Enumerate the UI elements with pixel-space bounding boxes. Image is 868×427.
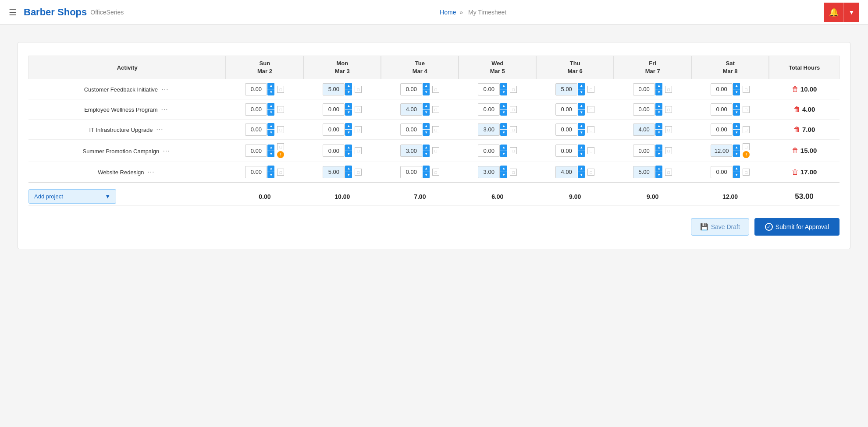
spin-down-1-2[interactable]: ▼ — [423, 109, 430, 116]
spin-down-4-3[interactable]: ▼ — [500, 172, 507, 178]
note-icon-1-1[interactable]: □ — [355, 106, 362, 113]
note-icon-3-4[interactable]: □ — [587, 147, 594, 154]
spin-down-1-0[interactable]: ▼ — [267, 109, 274, 116]
time-input-3-6[interactable] — [711, 145, 733, 157]
note-icon-4-6[interactable]: □ — [743, 169, 750, 176]
note-icon-2-0[interactable]: □ — [277, 126, 284, 133]
spin-down-2-4[interactable]: ▼ — [578, 130, 585, 136]
spin-down-4-1[interactable]: ▼ — [345, 172, 352, 178]
time-input-1-6[interactable] — [711, 103, 733, 116]
time-input-4-5[interactable] — [633, 166, 655, 178]
note-icon-0-2[interactable]: □ — [432, 86, 439, 93]
spin-up-2-6[interactable]: ▲ — [733, 123, 740, 129]
note-icon-1-0[interactable]: □ — [277, 106, 284, 113]
spin-down-3-2[interactable]: ▼ — [423, 151, 430, 157]
spin-down-4-2[interactable]: ▼ — [423, 172, 430, 178]
spin-down-2-0[interactable]: ▼ — [267, 130, 274, 136]
note-icon-1-2[interactable]: □ — [432, 106, 439, 113]
delete-row-3[interactable]: 🗑 — [792, 147, 799, 155]
note-icon-3-0[interactable]: □ — [277, 143, 284, 150]
time-input-1-3[interactable] — [478, 103, 500, 116]
notification-button[interactable]: 🔔 — [824, 3, 843, 22]
note-icon-0-6[interactable]: □ — [743, 86, 750, 93]
time-input-3-5[interactable] — [633, 145, 655, 157]
time-input-0-3[interactable] — [478, 83, 500, 95]
spin-up-2-1[interactable]: ▲ — [345, 123, 352, 129]
spin-down-1-4[interactable]: ▼ — [578, 109, 585, 116]
spin-up-4-2[interactable]: ▲ — [423, 166, 430, 172]
spin-down-2-5[interactable]: ▼ — [655, 130, 662, 136]
spin-up-3-1[interactable]: ▲ — [345, 145, 352, 151]
spin-down-4-6[interactable]: ▼ — [733, 172, 740, 178]
note-icon-2-3[interactable]: □ — [510, 126, 517, 133]
time-input-0-2[interactable] — [400, 83, 422, 95]
note-icon-3-2[interactable]: □ — [432, 147, 439, 154]
spin-down-0-2[interactable]: ▼ — [423, 89, 430, 95]
time-input-1-5[interactable] — [633, 103, 655, 116]
time-input-2-6[interactable] — [711, 124, 733, 136]
spin-up-2-5[interactable]: ▲ — [655, 123, 662, 129]
delete-row-2[interactable]: 🗑 — [793, 126, 800, 134]
time-input-0-4[interactable] — [555, 83, 577, 95]
time-input-4-4[interactable] — [555, 166, 577, 178]
spin-down-1-5[interactable]: ▼ — [655, 109, 662, 116]
spin-up-0-2[interactable]: ▲ — [423, 83, 430, 89]
spin-down-2-1[interactable]: ▼ — [345, 130, 352, 136]
spin-up-2-4[interactable]: ▲ — [578, 123, 585, 129]
note-icon-0-5[interactable]: □ — [665, 86, 672, 93]
time-input-4-3[interactable] — [478, 166, 500, 178]
note-icon-3-3[interactable]: □ — [510, 147, 517, 154]
time-input-3-3[interactable] — [478, 145, 500, 157]
row-options-1[interactable]: ⋯ — [159, 104, 170, 114]
note-icon-3-6[interactable]: □ — [743, 143, 750, 150]
spin-up-4-1[interactable]: ▲ — [345, 166, 352, 172]
spin-up-2-3[interactable]: ▲ — [500, 123, 507, 129]
note-icon-4-3[interactable]: □ — [510, 169, 517, 176]
note-icon-4-4[interactable]: □ — [587, 169, 594, 176]
time-input-1-4[interactable] — [555, 103, 577, 116]
spin-up-3-3[interactable]: ▲ — [500, 145, 507, 151]
spin-up-1-6[interactable]: ▲ — [733, 103, 740, 109]
submit-button[interactable]: ✓ Submit for Approval — [754, 218, 840, 236]
spin-down-0-0[interactable]: ▼ — [267, 89, 274, 95]
note-icon-0-3[interactable]: □ — [510, 86, 517, 93]
spin-down-4-5[interactable]: ▼ — [655, 172, 662, 178]
spin-down-4-4[interactable]: ▼ — [578, 172, 585, 178]
spin-down-0-3[interactable]: ▼ — [500, 89, 507, 95]
spin-down-3-0[interactable]: ▼ — [267, 151, 274, 157]
time-input-3-4[interactable] — [555, 145, 577, 157]
spin-up-1-5[interactable]: ▲ — [655, 103, 662, 109]
spin-up-0-4[interactable]: ▲ — [578, 83, 585, 89]
note-icon-0-4[interactable]: □ — [587, 86, 594, 93]
spin-up-1-0[interactable]: ▲ — [267, 103, 274, 109]
spin-down-3-6[interactable]: ▼ — [733, 151, 740, 157]
note-icon-1-5[interactable]: □ — [665, 106, 672, 113]
spin-down-2-6[interactable]: ▼ — [733, 130, 740, 136]
time-input-4-6[interactable] — [711, 166, 733, 178]
spin-down-1-1[interactable]: ▼ — [345, 109, 352, 116]
row-options-3[interactable]: ⋯ — [161, 146, 172, 156]
note-icon-1-6[interactable]: □ — [743, 106, 750, 113]
note-icon-1-3[interactable]: □ — [510, 106, 517, 113]
spin-up-0-1[interactable]: ▲ — [345, 83, 352, 89]
spin-up-1-2[interactable]: ▲ — [423, 103, 430, 109]
note-icon-3-5[interactable]: □ — [665, 147, 672, 154]
spin-up-1-1[interactable]: ▲ — [345, 103, 352, 109]
time-input-4-2[interactable] — [400, 166, 422, 178]
spin-down-2-3[interactable]: ▼ — [500, 130, 507, 136]
time-input-1-0[interactable] — [245, 103, 267, 116]
spin-up-4-3[interactable]: ▲ — [500, 166, 507, 172]
time-input-3-2[interactable] — [400, 145, 422, 157]
note-icon-4-0[interactable]: □ — [277, 169, 284, 176]
note-icon-2-4[interactable]: □ — [587, 126, 594, 133]
spin-down-1-6[interactable]: ▼ — [733, 109, 740, 116]
note-icon-2-5[interactable]: □ — [665, 126, 672, 133]
time-input-0-6[interactable] — [711, 83, 733, 95]
spin-up-4-0[interactable]: ▲ — [267, 166, 274, 172]
time-input-2-2[interactable] — [400, 124, 422, 136]
time-input-2-4[interactable] — [555, 124, 577, 136]
time-input-2-0[interactable] — [245, 124, 267, 136]
spin-down-0-4[interactable]: ▼ — [578, 89, 585, 95]
time-input-4-0[interactable] — [245, 166, 267, 178]
row-options-4[interactable]: ⋯ — [146, 167, 157, 177]
